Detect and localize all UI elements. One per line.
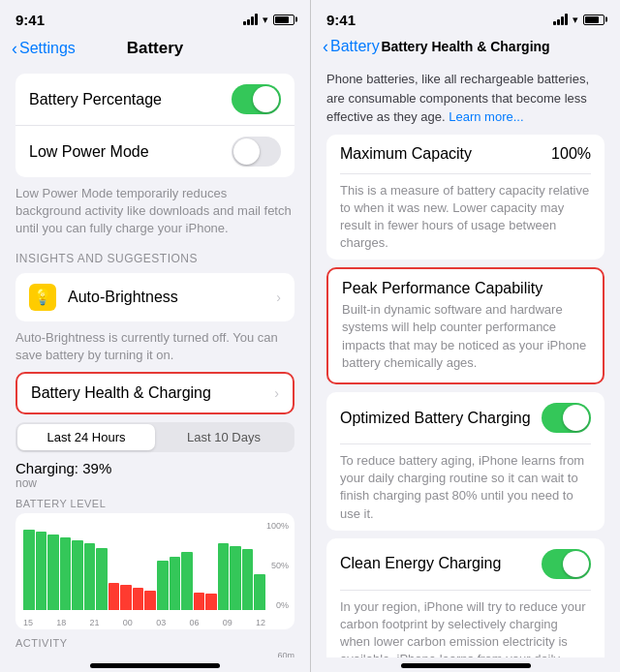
x-label-09: 09 — [223, 618, 232, 627]
right-nav-title: Battery Health & Charging — [381, 39, 549, 54]
right-status-icons: ▾ — [553, 14, 604, 26]
max-capacity-value: 100% — [551, 145, 591, 163]
battery-health-chevron-icon: › — [274, 385, 279, 401]
battery-settings-section: Battery Percentage Low Power Mode — [16, 74, 294, 177]
y-label-50: 50% — [271, 561, 289, 570]
low-power-toggle[interactable] — [232, 137, 281, 167]
right-back-label: Battery — [330, 38, 380, 55]
x-label-15: 15 — [23, 618, 33, 627]
battery-percentage-label: Battery Percentage — [29, 91, 232, 108]
peak-performance-section: Peak Performance Capability Built-in dyn… — [326, 267, 604, 384]
chart-bars — [23, 521, 265, 610]
right-back-chevron-icon: ‹ — [323, 37, 328, 57]
battery-health-item[interactable]: Battery Health & Charging › — [17, 374, 293, 412]
left-status-time: 9:41 — [16, 12, 45, 28]
left-status-bar: 9:41 ▾ — [0, 0, 310, 35]
x-label-18: 18 — [56, 618, 66, 627]
right-panel: 9:41 ▾ ‹ Battery Battery Health & Chargi… — [310, 0, 620, 672]
right-home-indicator — [401, 663, 531, 668]
tab-last-10-days[interactable]: Last 10 Days — [155, 424, 293, 450]
low-power-item[interactable]: Low Power Mode — [16, 126, 294, 177]
tab-last-24-hours[interactable]: Last 24 Hours — [17, 424, 155, 450]
optimized-charging-label: Optimized Battery Charging — [340, 410, 542, 427]
right-status-bar: 9:41 ▾ — [311, 0, 620, 35]
x-label-21: 21 — [90, 618, 100, 627]
chart-x-labels: 15 18 21 00 03 06 09 12 — [23, 618, 265, 627]
charging-sub: now — [16, 476, 294, 490]
battery-health-section[interactable]: Battery Health & Charging › — [16, 372, 294, 414]
clean-energy-description: In your region, iPhone will try to reduc… — [326, 591, 604, 657]
auto-brightness-label: Auto-Brightness — [68, 289, 276, 306]
wifi-icon: ▾ — [263, 14, 268, 26]
left-back-label: Settings — [19, 40, 76, 57]
optimized-charging-toggle[interactable] — [542, 403, 591, 433]
x-label-03: 03 — [156, 618, 166, 627]
brightness-icon: 💡 — [29, 284, 56, 311]
signal-bars-icon — [243, 14, 258, 25]
back-chevron-icon: ‹ — [12, 39, 17, 59]
right-battery-icon — [583, 15, 604, 25]
left-nav-title: Battery — [127, 39, 184, 58]
left-nav-bar: ‹ Settings Battery — [0, 35, 310, 66]
left-scroll-content: Battery Percentage Low Power Mode Low Po… — [0, 66, 310, 657]
optimized-charging-description: To reduce battery aging, iPhone learns f… — [326, 444, 604, 531]
x-label-12: 12 — [256, 618, 265, 627]
optimized-charging-row[interactable]: Optimized Battery Charging — [326, 392, 604, 443]
clean-energy-toggle[interactable] — [542, 549, 591, 579]
activity-header: ACTIVITY — [16, 637, 294, 649]
tab-10d-label: Last 10 Days — [187, 430, 261, 444]
y-label-0: 0% — [276, 600, 289, 610]
right-nav-bar: ‹ Battery Battery Health & Charging — [311, 35, 620, 62]
battery-chart: 100% 50% 0% — [16, 513, 294, 629]
battery-icon — [273, 15, 294, 25]
max-capacity-label: Maximum Capacity — [340, 145, 472, 163]
intro-text: Phone batteries, like all rechargeable b… — [326, 70, 604, 127]
auto-brightness-section: 💡 Auto-Brightness › — [16, 273, 294, 321]
left-status-icons: ▾ — [243, 14, 294, 26]
optimized-charging-section: Optimized Battery Charging To reduce bat… — [326, 392, 604, 531]
activity-y-label: 60m — [16, 651, 294, 657]
home-indicator — [90, 663, 220, 668]
battery-percentage-toggle[interactable] — [232, 84, 281, 114]
chart-y-labels: 100% 50% 0% — [266, 521, 289, 610]
max-capacity-section: Maximum Capacity 100% This is a measure … — [326, 135, 604, 260]
right-signal-bars-icon — [553, 14, 568, 25]
right-scroll-content: Phone batteries, like all rechargeable b… — [311, 62, 620, 657]
x-label-06: 06 — [189, 618, 199, 627]
tab-24h-label: Last 24 Hours — [47, 430, 126, 444]
battery-level-header: BATTERY LEVEL — [16, 498, 294, 509]
low-power-label: Low Power Mode — [29, 143, 232, 161]
right-wifi-icon: ▾ — [573, 14, 578, 26]
left-panel: 9:41 ▾ ‹ Settings Battery Battery Percen… — [0, 0, 310, 672]
clean-energy-section: Clean Energy Charging In your region, iP… — [326, 538, 604, 657]
time-range-tabs: Last 24 Hours Last 10 Days — [16, 422, 294, 452]
auto-brightness-chevron-icon: › — [276, 290, 281, 305]
intro-learn-more-link[interactable]: Learn more... — [449, 109, 523, 124]
right-status-time: 9:41 — [326, 12, 356, 28]
max-capacity-row: Maximum Capacity 100% — [326, 135, 604, 173]
battery-health-label: Battery Health & Charging — [31, 384, 274, 402]
low-power-description: Low Power Mode temporarily reduces backg… — [16, 185, 294, 238]
clean-energy-row[interactable]: Clean Energy Charging — [326, 538, 604, 590]
peak-performance-title: Peak Performance Capability — [328, 269, 603, 301]
x-label-00: 00 — [123, 618, 133, 627]
max-capacity-description: This is a measure of battery capacity re… — [326, 174, 604, 260]
auto-brightness-item[interactable]: 💡 Auto-Brightness › — [16, 273, 294, 321]
auto-brightness-description: Auto-Brightness is currently turned off.… — [16, 329, 294, 364]
clean-energy-label: Clean Energy Charging — [340, 555, 542, 572]
charging-status: Charging: 39% — [16, 460, 294, 476]
insights-header: INSIGHTS AND SUGGESTIONS — [16, 252, 294, 265]
clean-energy-desc-text: In your region, iPhone will try to reduc… — [340, 599, 586, 657]
left-back-button[interactable]: ‹ Settings — [12, 39, 76, 59]
right-back-button[interactable]: ‹ Battery — [323, 37, 380, 57]
y-label-100: 100% — [266, 521, 289, 531]
battery-percentage-item[interactable]: Battery Percentage — [16, 74, 294, 126]
peak-performance-description: Built-in dynamic software and hardware s… — [328, 301, 603, 382]
